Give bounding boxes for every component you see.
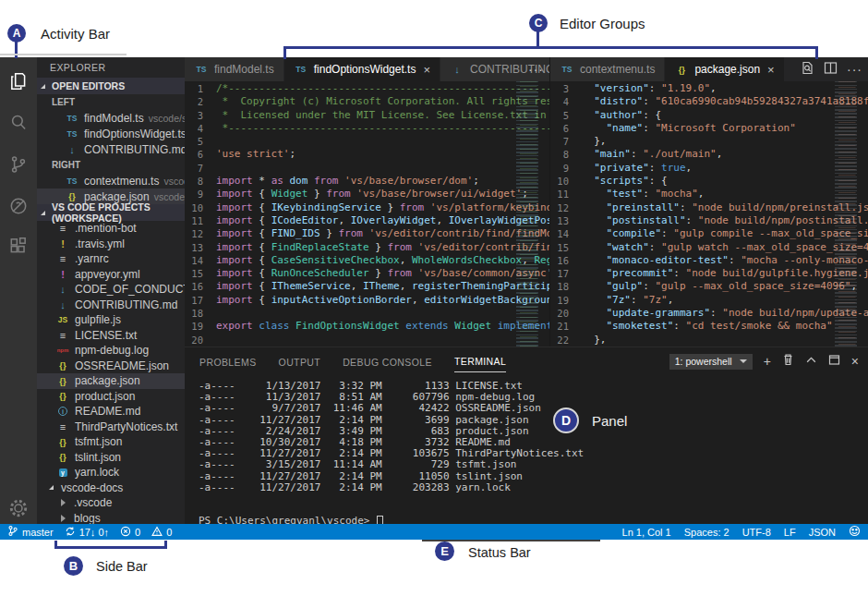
code-line: 8import * as dom from 'vs/base/browser/d… — [185, 175, 549, 188]
settings-gear-icon[interactable] — [0, 490, 37, 527]
folder-item[interactable]: vscode-docs — [37, 480, 185, 496]
collapse-panel-icon[interactable] — [805, 353, 817, 370]
line-number: 7 — [550, 135, 582, 148]
editor-group-left[interactable]: TSfindModel.tsTSfindOptionsWidget.ts×↓CO… — [185, 57, 549, 347]
more-actions-icon[interactable]: ··· — [847, 61, 862, 78]
close-panel-icon[interactable]: × — [851, 353, 859, 370]
extensions-icon[interactable] — [0, 227, 37, 264]
status-smiley[interactable] — [849, 525, 861, 539]
panel-tab-output[interactable]: OUTPUT — [279, 351, 321, 372]
code-text: "preinstall": "node build/npm/preinstall… — [582, 201, 868, 214]
tab-package.json[interactable]: {}package.json× — [665, 57, 783, 81]
code-text: }, — [582, 135, 649, 148]
minimap[interactable] — [514, 81, 543, 347]
json-file-icon: {} — [55, 360, 70, 371]
tab-findModel.ts[interactable]: TSfindModel.ts — [185, 57, 283, 81]
tree-item[interactable]: iREADME.md — [37, 404, 185, 420]
code-text: "precommit": "node build/gulpfile.hygien… — [582, 267, 868, 280]
source-control-icon[interactable] — [0, 146, 37, 183]
folder-item[interactable]: .vscode — [37, 495, 185, 511]
code-editor[interactable]: 3 "version": "1.19.0",4 "distro": "610ca… — [550, 81, 868, 347]
line-number: 11 — [185, 214, 216, 227]
tree-item[interactable]: npmnpm-debug.log — [37, 343, 185, 359]
code-line: 4 *-------------------------------------… — [185, 122, 549, 135]
split-editor-icon[interactable] — [824, 61, 838, 79]
panel-tab-debug-console[interactable]: DEBUG CONSOLE — [343, 351, 432, 372]
panel-tab-terminal[interactable]: TERMINAL — [454, 350, 506, 372]
ts-file-icon: TS — [65, 129, 79, 139]
tab-findOptionsWidget.ts[interactable]: TSfindOptionsWidget.ts× — [284, 57, 440, 81]
tree-item[interactable]: {}tslint.json — [37, 450, 185, 466]
status-git-branch[interactable]: master — [7, 525, 54, 539]
status-bar-left: master17↓ 0↑00 — [7, 525, 172, 539]
status-error[interactable]: 0 — [120, 526, 140, 539]
tree-item-name: blogs — [74, 512, 101, 524]
status-sync[interactable]: 17↓ 0↑ — [65, 526, 109, 539]
open-editor-item[interactable]: TSfindOptionsWidget.tsvsco... — [37, 126, 185, 141]
tree-item-name: LICENSE.txt — [75, 329, 137, 342]
terminal-select[interactable]: 1: powershell — [669, 354, 753, 370]
open-editors-header[interactable]: OPEN EDITORS — [37, 78, 185, 94]
tree-item[interactable]: yyarn.lock — [37, 465, 185, 480]
status-spaces-2[interactable]: Spaces: 2 — [684, 527, 729, 538]
more-actions-icon[interactable]: ··· — [528, 61, 544, 78]
code-line: 20 "update-grammars": "node build/npm/up… — [550, 307, 868, 320]
open-preview-icon[interactable] — [801, 61, 814, 79]
editor-actions: ··· — [801, 57, 862, 81]
close-icon[interactable]: × — [423, 63, 430, 77]
line-number: 4 — [550, 95, 582, 108]
status-ln-1-col-1[interactable]: Ln 1, Col 1 — [622, 527, 671, 538]
search-icon[interactable] — [0, 104, 37, 141]
terminal[interactable]: -a---- 1/13/2017 3:32 PM 1133 LICENSE.tx… — [199, 381, 864, 524]
chevron-collapsed-icon — [61, 499, 66, 506]
folder-item[interactable]: blogs — [37, 511, 185, 525]
kill-terminal-icon[interactable] — [782, 353, 794, 370]
code-text: *---------------------------------------… — [216, 122, 549, 135]
code-text: "author": { — [582, 109, 704, 122]
workspace-header[interactable]: VS CODE PROJECTS (WORKSPACE) — [37, 204, 185, 221]
panel-tab-problems[interactable]: PROBLEMS — [199, 351, 257, 372]
tree-item[interactable]: ↓CODE_OF_CONDUCT.md — [37, 282, 185, 298]
status-warning[interactable]: 0 — [151, 526, 172, 539]
tree-item[interactable]: ≡.yarnrc — [37, 251, 185, 267]
tree-item[interactable]: {}tsfmt.json — [37, 434, 185, 450]
code-text: import { IThemeService, ITheme, register… — [216, 280, 549, 293]
code-line: 14import { CaseSensitiveCheckbox, WholeW… — [185, 254, 549, 267]
code-text: "watch": "gulp watch --max_old_space_siz… — [582, 241, 868, 254]
maximize-panel-icon[interactable] — [828, 353, 840, 370]
code-line: 18 "gulp": "gulp --max_old_space_size=40… — [550, 280, 868, 293]
code-text: import { CaseSensitiveCheckbox, WholeWor… — [216, 254, 549, 267]
open-editor-item[interactable]: ↓CONTRIBUTING.mdvscode — [37, 141, 185, 157]
explorer-icon[interactable] — [0, 63, 37, 100]
new-terminal-icon[interactable]: + — [764, 353, 771, 370]
code-text — [216, 162, 259, 175]
tree-item[interactable]: {}product.json — [37, 389, 185, 405]
line-number: 4 — [185, 122, 216, 135]
code-text: "version": "1.19.0", — [582, 82, 759, 95]
status-utf-8[interactable]: UTF-8 — [742, 527, 771, 538]
tree-item[interactable]: ≡LICENSE.txt — [37, 328, 185, 344]
tree-item[interactable]: ↓CONTRIBUTING.md — [37, 298, 185, 313]
status-lf[interactable]: LF — [784, 527, 796, 538]
status-json[interactable]: JSON — [809, 527, 836, 538]
minimap[interactable] — [833, 81, 862, 347]
tree-item[interactable]: ≡ThirdPartyNotices.txt — [37, 420, 185, 435]
open-editor-item[interactable]: TScontextmenu.tsvscode/src/... — [37, 173, 185, 189]
tree-item[interactable]: !.travis.yml — [37, 237, 185, 252]
json-file-icon: {} — [55, 452, 70, 462]
tab-label: contextmenu.ts — [580, 63, 655, 76]
excl-y-file-icon: ! — [55, 238, 70, 249]
tab-contextmenu.ts[interactable]: TScontextmenu.ts — [550, 57, 664, 81]
code-editor[interactable]: 1/*-------------------------------------… — [185, 81, 549, 347]
code-text: "compile": "gulp compile --max_old_space… — [582, 227, 868, 240]
tree-item[interactable]: !appveyor.yml — [37, 267, 185, 283]
tree-item[interactable]: {}OSSREADME.json — [37, 359, 185, 374]
list-file-icon: ≡ — [55, 330, 70, 341]
editor-group-right[interactable]: TScontextmenu.ts{}package.json×···3 "ver… — [549, 57, 868, 347]
tree-item[interactable]: {}package.json — [37, 373, 185, 389]
debug-icon[interactable] — [0, 188, 37, 225]
open-editor-item[interactable]: TSfindModel.tsvscode/src/vs/... — [37, 110, 185, 126]
code-text: "smoketest": "cd test/smoke && mocha" — [582, 320, 868, 333]
close-icon[interactable]: × — [767, 63, 775, 77]
tree-item[interactable]: JSgulpfile.js — [37, 312, 185, 328]
